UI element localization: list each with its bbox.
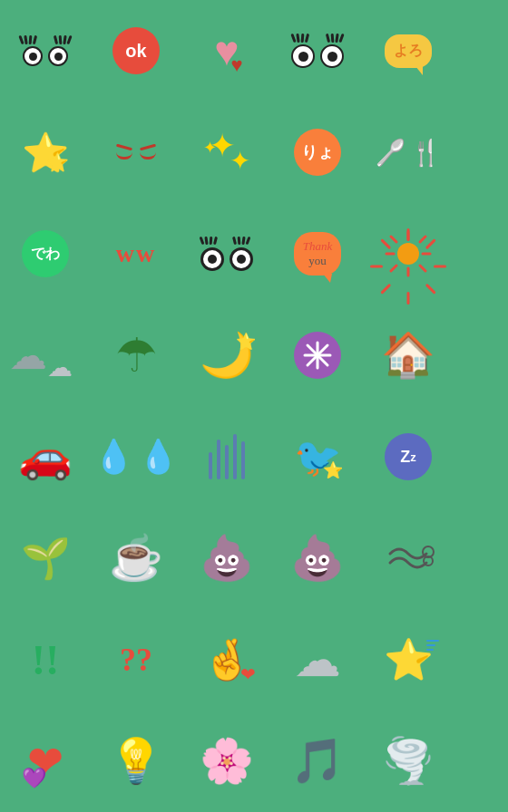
wind-svg — [381, 536, 435, 581]
cell-dewa[interactable]: でわ — [0, 203, 91, 304]
cell-ww[interactable]: ww — [91, 203, 181, 304]
cell-tornado[interactable]: 🌪️ — [363, 710, 454, 812]
bulb-icon: 💡 — [109, 736, 163, 787]
cell-ok[interactable]: ok — [91, 0, 181, 102]
sun-spiky-icon — [383, 228, 434, 279]
drops-icon: 💧 💧 — [93, 438, 179, 476]
svg-line-8 — [420, 266, 425, 271]
cell-bulb[interactable]: 💡 — [91, 710, 181, 812]
cell-green-star[interactable]: ⭐ ⭐ — [0, 102, 91, 203]
wind-icon — [381, 536, 435, 581]
cell-clouds[interactable]: ☁ ☁ — [0, 304, 91, 406]
car-icon: 🚗 — [18, 431, 73, 482]
cell-purple-burst[interactable] — [272, 304, 363, 406]
star-yellow-icon: ⭐ — [384, 636, 434, 683]
burst-svg — [301, 339, 334, 372]
cell-eyes-wide[interactable] — [272, 0, 363, 102]
cloud-white-icon: ☁ — [294, 633, 341, 687]
house-icon: 🏠 — [381, 330, 435, 381]
cell-cutlery[interactable]: 🥄 🍴 — [363, 102, 454, 203]
poop2-icon: 💩 — [290, 533, 345, 584]
cell-moon-star[interactable]: 🌙 ⭐ — [181, 304, 272, 406]
cell-sun[interactable] — [363, 203, 454, 304]
dewa-bubble: でわ — [22, 230, 69, 277]
cell-lines[interactable] — [181, 406, 272, 508]
emoji-grid: ok ♥ ♥ — [0, 0, 508, 812]
svg-point-0 — [397, 243, 419, 265]
heart-gingham-icon: ♥ ♥ — [214, 27, 239, 75]
question-icon: ?? — [120, 641, 152, 679]
cell-eyes-lash2[interactable] — [181, 203, 272, 304]
cell-bird[interactable]: 🐦 ⭐ — [272, 406, 363, 508]
cell-heart-polka[interactable]: ❤ 💜 — [0, 710, 91, 812]
cell-eyes-lash[interactable] — [0, 0, 91, 102]
cell-cup[interactable]: ☕ — [91, 508, 181, 609]
cell-drops[interactable]: 💧 💧 — [91, 406, 181, 508]
bird-icon: 🐦 ⭐ — [294, 434, 341, 480]
clouds-icon: ☁ ☁ — [9, 334, 83, 378]
svg-line-6 — [420, 237, 425, 242]
cell-car[interactable]: 🚗 — [0, 406, 91, 508]
cell-ryo[interactable]: りょ — [272, 102, 363, 203]
cell-angry-eyes[interactable] — [91, 102, 181, 203]
music-icon: 🎵 — [290, 736, 345, 787]
eyes-wide-icon — [291, 34, 344, 68]
lines-icon — [209, 434, 245, 479]
eyes-lash2-icon — [200, 237, 253, 271]
cell-heart[interactable]: ♥ ♥ — [181, 0, 272, 102]
cell-umbrella[interactable]: ☂ — [91, 304, 181, 406]
sparkles-icon: ✦ ✦ ✦ — [200, 125, 254, 179]
cell-house[interactable]: 🏠 — [363, 304, 454, 406]
cell-cloud-white[interactable]: ☁ — [272, 609, 363, 710]
svg-line-5 — [391, 237, 396, 242]
cell-wind[interactable] — [363, 508, 454, 609]
ww-icon: ww — [116, 239, 156, 268]
cell-star-yellow[interactable]: ⭐ — [363, 609, 454, 710]
cell-flower[interactable]: 🌸 — [181, 710, 272, 812]
tornado-icon: 🌪️ — [381, 736, 435, 787]
sun-svg — [383, 228, 434, 279]
poop1-icon: 💩 — [200, 533, 254, 584]
cell-poop1[interactable]: 💩 — [181, 508, 272, 609]
zzz-bubble-icon: Zz — [385, 433, 432, 480]
cell-exclamation[interactable]: !! — [0, 609, 91, 710]
flower-icon: 🌸 — [200, 736, 254, 787]
purple-burst-icon — [294, 332, 341, 379]
cell-zzz[interactable]: Zz — [363, 406, 454, 508]
cell-sprout[interactable]: 🌱 — [0, 508, 91, 609]
thank-you-bubble: Thank you — [294, 232, 342, 275]
cell-poop2[interactable]: 💩 — [272, 508, 363, 609]
ryo-bubble: りょ — [294, 129, 341, 176]
umbrella-icon: ☂ — [115, 328, 158, 382]
cell-thank-you[interactable]: Thank you — [272, 203, 363, 304]
yoro-bubble: よろ — [385, 34, 432, 68]
cell-yoro[interactable]: よろ — [363, 0, 454, 102]
cutlery-icon: 🥄 🍴 — [375, 138, 442, 168]
cell-questions[interactable]: ?? — [91, 609, 181, 710]
cup-icon: ☕ — [109, 533, 163, 584]
green-star-icon: ⭐ ⭐ — [22, 130, 69, 175]
eyes-lash-icon — [20, 35, 71, 66]
svg-line-7 — [391, 266, 396, 271]
ok-bubble: ok — [112, 27, 160, 74]
moon-star-icon: 🌙 ⭐ — [200, 330, 254, 381]
angry-eyes-icon — [116, 146, 156, 160]
cell-sparkles[interactable]: ✦ ✦ ✦ — [181, 102, 272, 203]
finger-heart-icon: 🤞 ❤ — [202, 636, 252, 683]
cell-finger-heart[interactable]: 🤞 ❤ — [181, 609, 272, 710]
heart-polka-icon: ❤ 💜 — [27, 736, 64, 787]
sprout-icon: 🌱 — [21, 535, 71, 582]
exclamation-icon: !! — [32, 636, 60, 684]
cell-music[interactable]: 🎵 — [272, 710, 363, 812]
